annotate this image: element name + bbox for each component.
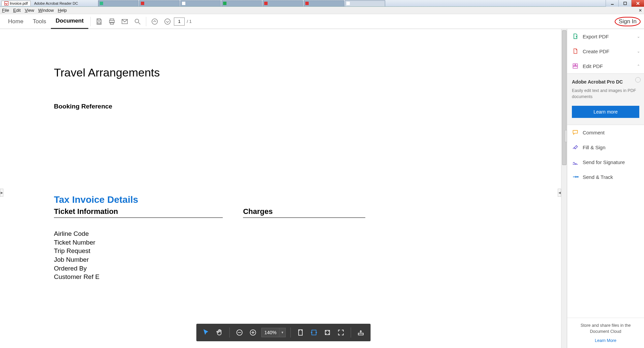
edit-pdf-tool[interactable]: Edit PDF ⌃ xyxy=(567,59,644,73)
tool-label: Send & Track xyxy=(583,174,613,180)
menu-help[interactable]: Help xyxy=(58,8,67,13)
zoom-dropdown-icon[interactable]: ▼ xyxy=(279,328,285,337)
tool-label: Send for Signature xyxy=(583,159,625,165)
globe-icon xyxy=(635,77,641,83)
nav-document[interactable]: Document xyxy=(51,14,88,29)
store-learn-more-link[interactable]: Learn More xyxy=(595,338,616,343)
ticket-fields: Airline Code Ticket Number Trip Request … xyxy=(54,229,223,281)
doc-heading: Travel Arrangements xyxy=(54,66,365,79)
field-label: Airline Code xyxy=(54,229,223,238)
page-up-icon[interactable] xyxy=(150,17,159,26)
ticket-info-header: Ticket Information xyxy=(54,207,223,218)
window-close-button[interactable] xyxy=(631,0,644,7)
comment-icon xyxy=(572,129,579,136)
scrollbar-grip[interactable] xyxy=(564,130,567,142)
create-pdf-tool[interactable]: Create PDF ⌄ xyxy=(567,44,644,59)
main-toolbar: Home Tools Document / 1 Sign In xyxy=(0,14,644,29)
print-icon[interactable] xyxy=(108,17,116,26)
edit-pdf-promo: Adobe Acrobat Pro DC Easily edit text an… xyxy=(567,73,644,125)
scrollbar-thumb[interactable] xyxy=(562,30,566,165)
tool-label: Export PDF xyxy=(583,34,609,39)
tool-label: Create PDF xyxy=(583,49,609,54)
email-icon[interactable] xyxy=(120,17,129,26)
expand-right-panel-icon[interactable]: ◀ xyxy=(558,189,561,197)
tools-side-panel: Export PDF ⌄ Create PDF ⌄ Edit PDF ⌃ Ado… xyxy=(567,29,644,348)
menu-window[interactable]: Window xyxy=(38,8,54,13)
svg-rect-20 xyxy=(312,330,316,335)
promo-text: Easily edit text and images in PDF docum… xyxy=(572,88,639,100)
send-signature-tool[interactable]: Send for Signature xyxy=(567,155,644,169)
read-mode-icon[interactable] xyxy=(356,327,366,338)
field-label: Trip Request xyxy=(54,247,223,255)
svg-point-29 xyxy=(578,177,579,177)
fullscreen-icon[interactable] xyxy=(336,327,346,338)
save-icon[interactable] xyxy=(95,17,103,26)
svg-rect-5 xyxy=(98,22,100,24)
svg-point-13 xyxy=(165,19,171,24)
field-label: Ordered By xyxy=(54,264,223,273)
svg-rect-8 xyxy=(111,22,114,24)
tool-label: Edit PDF xyxy=(583,63,603,69)
store-text: Store and share files in the Document Cl… xyxy=(573,323,638,335)
svg-point-28 xyxy=(577,177,578,177)
fill-sign-tool[interactable]: Fill & Sign xyxy=(567,140,644,155)
window-maximize-button[interactable] xyxy=(618,0,631,7)
send-track-tool[interactable]: Send & Track xyxy=(567,169,644,184)
menu-edit[interactable]: Edit xyxy=(13,8,21,13)
field-label: Job Number xyxy=(54,255,223,264)
menu-bar: File Edit View Window Help ✕ xyxy=(0,7,644,14)
fit-width-icon[interactable] xyxy=(309,327,319,338)
page-number-input[interactable] xyxy=(174,18,185,26)
field-label: Customer Ref E xyxy=(54,273,223,281)
svg-rect-25 xyxy=(573,66,577,68)
nav-home[interactable]: Home xyxy=(3,14,28,29)
expand-left-panel-icon[interactable]: ▶ xyxy=(0,189,3,197)
document-cloud-promo: Store and share files in the Document Cl… xyxy=(567,318,644,348)
page-total-label: / 1 xyxy=(187,19,191,24)
svg-line-11 xyxy=(139,22,141,24)
menu-file[interactable]: File xyxy=(2,8,9,13)
send-track-icon xyxy=(572,173,579,180)
background-browser-tabs xyxy=(98,0,385,6)
window-minimize-button[interactable] xyxy=(606,0,618,7)
fit-page-icon[interactable] xyxy=(295,327,305,338)
export-pdf-tool[interactable]: Export PDF ⌄ xyxy=(567,29,644,44)
app-title: Adobe Acrobat Reader DC xyxy=(34,1,78,5)
page-down-icon[interactable] xyxy=(163,17,172,26)
sign-in-button[interactable]: Sign In xyxy=(615,17,641,26)
zoom-out-icon[interactable] xyxy=(235,327,245,338)
zoom-in-icon[interactable] xyxy=(248,327,258,338)
promo-title: Adobe Acrobat Pro DC xyxy=(572,79,639,85)
chevron-down-icon: ⌄ xyxy=(637,34,640,39)
zoom-level-display[interactable]: 140% xyxy=(262,328,280,337)
svg-point-10 xyxy=(135,19,139,23)
export-pdf-icon xyxy=(572,33,579,40)
chevron-down-icon: ⌄ xyxy=(637,49,640,54)
comment-tool[interactable]: Comment xyxy=(567,125,644,140)
search-icon[interactable] xyxy=(133,17,142,26)
booking-reference-label: Booking Reference xyxy=(54,103,365,110)
tool-label: Comment xyxy=(583,130,605,135)
learn-more-button[interactable]: Learn more xyxy=(572,106,639,118)
nav-tools[interactable]: Tools xyxy=(28,14,51,29)
menu-view[interactable]: View xyxy=(25,8,34,13)
svg-rect-23 xyxy=(573,64,575,66)
tool-label: Fill & Sign xyxy=(583,145,606,150)
hand-tool-icon[interactable] xyxy=(215,327,225,338)
create-pdf-icon xyxy=(572,48,579,55)
pdf-icon xyxy=(4,1,8,5)
charges-header: Charges xyxy=(243,207,365,218)
document-name: Invoice.pdf xyxy=(10,1,28,5)
svg-point-12 xyxy=(152,19,158,24)
close-tab-icon[interactable]: ✕ xyxy=(639,8,642,13)
fill-sign-icon xyxy=(572,144,579,151)
field-label: Ticket Number xyxy=(54,238,223,247)
svg-rect-24 xyxy=(576,64,578,66)
vertical-scrollbar[interactable] xyxy=(561,29,567,348)
document-tab[interactable]: Invoice.pdf xyxy=(1,1,31,6)
window-titlebar: Invoice.pdf Adobe Acrobat Reader DC xyxy=(0,0,644,7)
fit-visible-icon[interactable] xyxy=(322,327,332,338)
document-viewport: ▶ ◀ Travel Arrangements Booking Referenc… xyxy=(0,29,567,348)
selection-tool-icon[interactable] xyxy=(201,327,211,338)
chevron-up-icon: ⌃ xyxy=(637,64,640,68)
